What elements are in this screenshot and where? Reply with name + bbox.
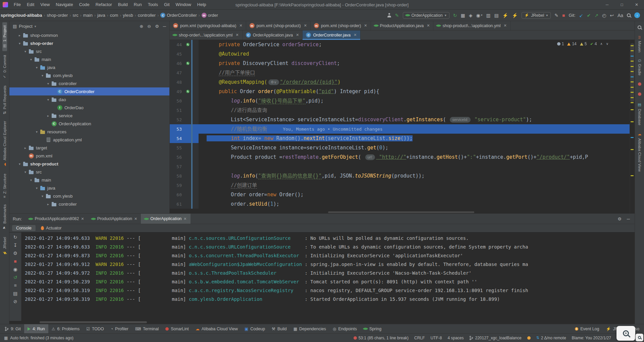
code-content[interactable]: ServiceInstance instance=serviceInstance… <box>199 143 388 152</box>
tree-node-application.yml[interactable]: application.yml <box>9 136 169 144</box>
status-item-4-spaces[interactable]: 4 spaces <box>447 336 464 340</box>
tree-node-shop-product[interactable]: ▾shop-product <box>9 160 169 168</box>
close-tab-icon[interactable]: ✕ <box>427 23 430 28</box>
tree-chevron-icon[interactable]: ▸ <box>17 33 22 37</box>
editor-tab-ordercontroller.java[interactable]: COrderController.java✕ <box>303 30 360 40</box>
scroll-to-top-icon[interactable]: ↑ <box>634 12 640 18</box>
menu-item-edit[interactable]: Edit <box>24 0 37 9</box>
close-tab-icon[interactable]: ✕ <box>81 217 84 221</box>
editor-vertical-scrollbar[interactable] <box>630 43 634 102</box>
tree-node-service[interactable]: ▸service <box>9 112 169 120</box>
xrebel-icon[interactable]: ⚡ <box>512 13 518 18</box>
tool-button-0-commit[interactable]: ✓0: Commit <box>2 52 7 82</box>
inspection-indicator[interactable]: ✔4 <box>590 42 597 46</box>
tree-node-com.ylesb[interactable]: ▾com.ylesb <box>9 192 169 200</box>
breadcrumb-item-ylesb[interactable]: ylesb <box>123 13 133 18</box>
code-content[interactable]: private DiscoveryClient discoveryClient; <box>199 59 340 68</box>
layout-list-icon[interactable]: ▤ <box>494 13 498 18</box>
code-content[interactable]: log.info("接收{}号商品下单",pid); <box>199 96 324 106</box>
tool-window-button-sonarlint[interactable]: SonarLint <box>162 324 192 333</box>
tree-chevron-icon[interactable]: ▾ <box>29 178 34 182</box>
gutter[interactable]: 52 <box>170 115 199 124</box>
code-content[interactable]: int index= new Random().nextInt(serviceI… <box>199 134 413 143</box>
tree-node-src[interactable]: ▾src <box>9 47 169 55</box>
tool-window-button-event-log[interactable]: 1Event Log <box>572 324 602 333</box>
tree-node-target[interactable]: ▸target <box>9 144 169 152</box>
gutter[interactable]: 54 <box>170 134 199 143</box>
code-content[interactable]: List<ServiceInstance> serviceInstanceLis… <box>199 115 532 124</box>
tool-button-reddot[interactable] <box>638 79 642 89</box>
translate-icon[interactable]: Aa <box>618 13 623 18</box>
tool-window-button-profiler[interactable]: ◔Profiler <box>107 324 132 333</box>
menu-item-tools[interactable]: Tools <box>145 0 161 9</box>
error-stripe[interactable] <box>630 40 635 213</box>
close-tab-icon[interactable]: ✕ <box>503 23 506 28</box>
editor-tab-productapplication.java[interactable]: ProductApplication.java✕ <box>371 21 434 30</box>
code-content[interactable]: Product product =restTemplate.getForObje… <box>199 152 588 162</box>
restart-icon[interactable]: ↺ <box>13 275 17 280</box>
tool-button-z-structure[interactable]: ≡Z: Structure <box>2 170 7 201</box>
soft-wrap-icon[interactable]: ≡ <box>14 283 16 288</box>
tree-chevron-icon[interactable]: ▾ <box>40 74 45 77</box>
tree-node-main[interactable]: ▾main <box>9 55 169 63</box>
gutter-icon-slot[interactable] <box>184 43 191 46</box>
tool-button-maven[interactable]: mMaven <box>637 33 642 56</box>
tree-chevron-icon[interactable]: ▸ <box>46 114 51 118</box>
run-settings-icon[interactable]: ⚙ <box>618 217 622 221</box>
close-tab-icon[interactable]: ✕ <box>354 33 357 37</box>
code-editor[interactable]: 44 private OrderService orderService;45 … <box>170 40 635 213</box>
magnifier-zoom-button[interactable]: + <box>616 326 635 341</box>
coverage-icon[interactable]: ◈ <box>469 13 473 18</box>
project-panel-title[interactable]: Project <box>19 24 32 29</box>
editor-tab-shop-order-...-application.yml[interactable]: shop-order\...\application.yml✕ <box>170 30 243 40</box>
minimize-button[interactable]: ─ <box>600 0 614 9</box>
tool-window-button-4-run[interactable]: 4: Run <box>24 324 48 333</box>
breadcrumb-item-main[interactable]: main <box>83 13 93 18</box>
view-tab-actuator[interactable]: Actuator <box>37 225 66 231</box>
gutter[interactable]: 57 <box>170 162 199 171</box>
tree-chevron-icon[interactable]: ▾ <box>17 42 22 45</box>
jrebel-select[interactable]: ⚡JRebel▾ <box>522 12 551 19</box>
clear-all-icon[interactable]: ⊘ <box>13 299 17 304</box>
tree-node-orderapplication[interactable]: COrderApplication <box>9 120 169 128</box>
editor-tab-pom.xml-shop-order-[interactable]: mpom.xml (shop-order)✕ <box>311 21 371 30</box>
tool-button-reddot[interactable] <box>638 89 642 99</box>
tool-button-pull-requests[interactable]: ⇄Pull Requests <box>2 82 7 117</box>
tree-node-dao[interactable]: ▾dao <box>9 95 169 104</box>
tool-button-1-project[interactable]: ▤1: Project <box>2 22 7 51</box>
jrebel-run-icon[interactable]: ⚡ <box>502 13 508 18</box>
stop-process-icon[interactable]: ■ <box>562 13 565 18</box>
locate-file-icon[interactable]: ⊕ <box>140 24 143 28</box>
tool-button-mag[interactable] <box>637 22 642 32</box>
tree-node-src[interactable]: ▾src <box>9 168 169 176</box>
tree-chevron-icon[interactable]: ▾ <box>23 170 28 174</box>
tree-chevron-icon[interactable]: ▾ <box>46 82 51 85</box>
breadcrumb-item-java[interactable]: java <box>97 13 105 18</box>
close-button[interactable]: ✕ <box>629 0 644 9</box>
code-content[interactable]: //随机负载均衡 You, Moments ago • Uncommitted … <box>199 124 383 134</box>
status-item-orangedot[interactable] <box>527 336 531 340</box>
tree-chevron-icon[interactable]: ▾ <box>40 194 45 198</box>
console-horizontal-scrollbar[interactable] <box>9 321 635 324</box>
inspection-indicator[interactable]: 5 <box>580 42 587 46</box>
gutter[interactable]: 47 <box>170 68 199 77</box>
close-tab-icon[interactable]: ✕ <box>236 33 239 37</box>
gutter-icon-slot[interactable] <box>184 62 191 65</box>
layout-grid-icon[interactable]: ▥ <box>486 13 490 18</box>
rerun-icon[interactable]: ↻ <box>13 235 17 240</box>
collapse-all-icon[interactable]: ⊖ <box>147 24 151 28</box>
gutter[interactable]: 48 <box>170 77 199 87</box>
close-tab-icon[interactable]: ✕ <box>183 217 186 221</box>
inspect-code-icon[interactable]: ✎ <box>395 13 399 18</box>
run-tab-productapplication8082[interactable]: ProductApplication8082✕ <box>25 214 88 224</box>
git-commit-icon[interactable]: ✔ <box>587 13 591 18</box>
close-tab-icon[interactable]: ✕ <box>364 23 367 28</box>
code-content[interactable]: public Order order(@PathVariable("pid") … <box>199 87 379 96</box>
gutter[interactable]: 56 <box>170 152 199 162</box>
menu-item-help[interactable]: Help <box>194 0 209 9</box>
tool-window-button-dependencies[interactable]: ▦Dependencies <box>290 324 329 333</box>
tree-node-ordercontroller[interactable]: COrderController <box>9 87 169 95</box>
code-content[interactable]: //用户下单接口 <box>199 68 255 77</box>
menu-item-navigate[interactable]: Navigate <box>53 0 76 9</box>
editor-tab-pom.xml-shop-product-[interactable]: mpom.xml (shop-product)✕ <box>246 21 311 30</box>
